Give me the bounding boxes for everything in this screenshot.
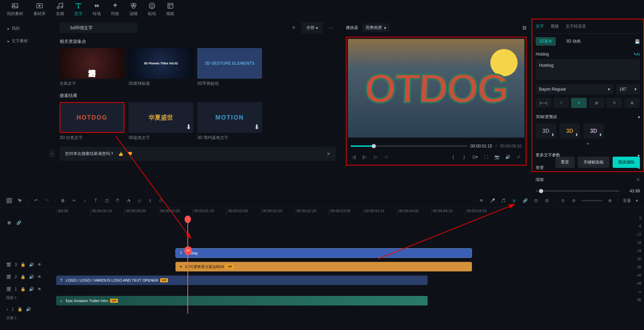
advanced-button[interactable]: 高级编辑 (613, 157, 640, 168)
result-card-0[interactable]: HOTDOG3D 红色文字 (60, 102, 124, 141)
thumbs-down-icon[interactable]: 👎 (127, 152, 133, 156)
track-row-audio[interactable]: ♪Epic Invasion Trailer IntroVIP (56, 295, 644, 314)
detach-audio-icon[interactable]: ⫿ (147, 198, 153, 204)
clip-audio[interactable]: ♪Epic Invasion Trailer IntroVIP (56, 296, 428, 305)
result-card-1[interactable]: 华夏盛世⬇3D金色文字 (128, 102, 193, 141)
download-icon[interactable]: ⬇ (186, 123, 191, 131)
download-icon[interactable]: ⬇ (254, 123, 260, 131)
nav-template[interactable]: 模板 (166, 2, 174, 17)
eye-icon[interactable]: 👁 (37, 262, 42, 267)
nav-audio[interactable]: 音频 (56, 2, 64, 17)
material-preset-2[interactable]: 3D⬇ (583, 123, 604, 139)
save-preset-icon[interactable]: 💾 (635, 39, 640, 44)
nav-library[interactable]: 素材库 (33, 2, 46, 17)
color-icon[interactable]: ◔ (125, 198, 132, 204)
align-center-button[interactable]: ≣ (589, 98, 604, 108)
close-icon[interactable]: ✕ (327, 152, 330, 156)
delete-icon[interactable]: 🗑 (60, 198, 66, 204)
screen-icon[interactable]: ⛶ (483, 154, 489, 160)
lock-icon[interactable]: 🔒 (20, 287, 26, 292)
layout-icon[interactable]: ⊞ (6, 220, 12, 226)
nav-transition[interactable]: 转场 (93, 2, 101, 17)
sidebar-text-assets[interactable]: ▸文字素材 (3, 35, 51, 47)
material-preset-0[interactable]: 3D⬇ (536, 123, 556, 139)
quality-select[interactable]: 完整画质▾ (362, 23, 389, 32)
slider-thumb[interactable] (539, 189, 543, 193)
scale-value[interactable]: 43.99 (623, 189, 640, 193)
nav-my-assets[interactable]: 我的素材 (7, 2, 23, 17)
stop-icon[interactable]: □ (383, 154, 389, 160)
related-card-2[interactable]: 3D GESTURE ELEMENTS3D手势贴纸 (197, 48, 262, 87)
volume-icon[interactable]: 🔊 (29, 274, 34, 279)
align-left-button[interactable]: ≡ (571, 98, 587, 108)
ai-icon[interactable]: ✎AI (633, 52, 640, 57)
scale-slider[interactable] (536, 190, 619, 192)
bold-button[interactable]: |⟷| (536, 98, 551, 108)
lock-icon[interactable]: 🔒 (20, 262, 26, 267)
align-justify-button[interactable]: ≣ (624, 98, 640, 108)
related-card-0[interactable]: 将进酒古风文字 (60, 48, 124, 87)
nav-effects[interactable]: 特效 (111, 2, 119, 17)
next-frame-icon[interactable]: |▷ (362, 154, 368, 160)
reset-icon[interactable]: ↻ (637, 177, 640, 182)
fullscreen-icon[interactable]: ⤢ (516, 154, 522, 160)
eye-icon[interactable]: 👁 (478, 198, 485, 204)
timer-icon[interactable]: ⏲ (158, 198, 164, 204)
cursor-icon[interactable] (17, 198, 23, 204)
undo-icon[interactable]: ↶ (33, 198, 39, 204)
zoom-in-icon[interactable]: ⊕ (607, 198, 613, 204)
link-icon[interactable]: 🔗 (522, 198, 528, 204)
music-edit-icon[interactable]: ♪ (82, 198, 88, 204)
brace-left-icon[interactable]: { (450, 154, 456, 160)
volume-icon[interactable]: 🔊 (505, 154, 511, 160)
thumbs-up-icon[interactable]: 👍 (118, 152, 123, 156)
nav-sticker[interactable]: 贴纸 (148, 2, 156, 17)
crop-icon[interactable]: ◫ (104, 198, 110, 204)
keyframe-icon[interactable]: ◇ (136, 198, 142, 204)
volume-icon[interactable]: 🔊 (26, 307, 31, 312)
subtab-3d-anim[interactable]: 3D 动画 (563, 37, 584, 46)
cut-icon[interactable]: ✂ (71, 198, 77, 204)
text-tool-icon[interactable]: T (93, 198, 99, 204)
clear-icon[interactable]: ✕ (292, 25, 295, 30)
related-card-1[interactable]: 3D Planets Titles Vol.023D星球标题 (128, 48, 193, 87)
grid-icon[interactable] (6, 198, 12, 204)
filter-dropdown[interactable]: 全部▾ (302, 22, 323, 33)
italic-button[interactable]: I (553, 98, 569, 108)
subtab-3d-basic[interactable]: 3D基本 (536, 37, 556, 46)
track-row-3[interactable]: THotdog (56, 247, 644, 259)
keyframe-button[interactable]: 关键帧面板 (578, 157, 609, 168)
timeline-ruler[interactable]: |00:00 00:00:00:10 00:00:00:20 00:00:01:… (56, 207, 644, 216)
result-card-2[interactable]: MOTION⬇3D 简约蓝色文字 (197, 102, 262, 141)
mark-in-icon[interactable]: ⊡ (533, 198, 539, 204)
sidebar-my[interactable]: ▸我的 (3, 22, 51, 35)
collapse-button[interactable]: ‹ (49, 150, 55, 157)
search-input[interactable] (60, 22, 138, 33)
mic-icon[interactable]: 🎤 (489, 198, 495, 204)
zoom-fit-icon[interactable]: ⊙ (560, 198, 566, 204)
tab-tts[interactable]: 文字转语音 (566, 23, 586, 29)
playhead-handle[interactable] (185, 216, 191, 223)
snap-icon[interactable]: ⫼ (511, 198, 517, 204)
timeline-tracks-area[interactable]: |00:00 00:00:00:10 00:00:00:20 00:00:01:… (56, 207, 644, 330)
clip-hotdog[interactable]: THotdog (175, 248, 472, 258)
track-row-2[interactable]: ✦3D可爱教育元素边框04VIP (56, 261, 644, 273)
clip-frame[interactable]: ✦3D可爱教育元素边框04VIP (175, 262, 472, 271)
tab-video[interactable]: 视频 (551, 23, 559, 29)
chain-icon[interactable]: 🔗 (16, 220, 22, 226)
ratio-icon[interactable]: ⊡▾ (472, 154, 478, 160)
clip-logo[interactable]: TLOGO / LOGO / VARIOUS LOGO AND TEXT OPE… (56, 276, 428, 285)
zoom-out-icon[interactable]: ⊖ (571, 198, 577, 204)
lock-icon[interactable]: 🔒 (17, 307, 22, 312)
playhead[interactable] (187, 216, 188, 314)
marker-icon[interactable]: 🎵 (500, 198, 506, 204)
track-row-1[interactable]: TLOGO / LOGO / VARIOUS LOGO AND TEXT OPE… (56, 274, 644, 293)
nav-filter[interactable]: 滤镜 (129, 2, 138, 17)
eye-icon[interactable]: 👁 (37, 287, 42, 292)
player-canvas[interactable]: OTDOG (348, 39, 524, 138)
material-preset-1[interactable]: 3D⬇ (559, 123, 580, 139)
volume-icon[interactable]: 🔊 (29, 262, 34, 267)
prev-frame-icon[interactable]: ◁| (351, 154, 357, 160)
zoom-slider[interactable] (582, 200, 602, 201)
expand-materials[interactable]: ▾ (536, 139, 640, 149)
